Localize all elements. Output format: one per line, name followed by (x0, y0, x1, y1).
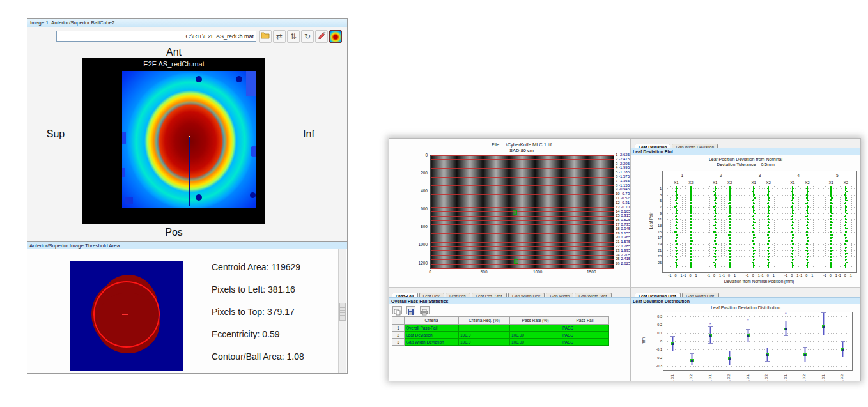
deviation-marker (676, 234, 678, 236)
deviation-marker (675, 225, 677, 226)
whisker-cap (803, 347, 807, 348)
deviation-marker (729, 225, 731, 226)
table-cell: Overall Pass-Fail (405, 325, 459, 332)
scrollbar[interactable] (338, 249, 346, 373)
flip-vertical-button[interactable]: ⇅ (287, 30, 300, 43)
deviation-marker (754, 213, 756, 214)
deviation-marker (846, 213, 848, 214)
table-cell (459, 325, 510, 332)
deviation-marker (767, 243, 769, 245)
deviation-marker (807, 206, 809, 208)
flip-horizontal-button[interactable]: ⇄ (273, 30, 286, 43)
minor-gridline (685, 186, 686, 268)
deviation-marker (715, 188, 717, 189)
distribution-panel: Leaf Deviation Dist.Gap Width Dist. Leaf… (631, 287, 860, 381)
leaf-label: 14 0.1050cm (616, 210, 631, 214)
leaf-boundary-line (431, 185, 614, 186)
deviation-marker (807, 200, 809, 201)
deviation-marker (792, 188, 794, 189)
scrollbar-thumb[interactable] (339, 303, 346, 321)
window-title-bar[interactable]: Image 1: Anterior/Superior BallCube2 (27, 19, 347, 27)
deviation-marker (844, 225, 846, 226)
deviation-marker (728, 216, 730, 217)
column-header[interactable]: Criteria (405, 317, 459, 325)
deviation-marker (768, 253, 770, 254)
leaf-label: 4 -1.9950cm (616, 165, 631, 170)
leaf-label: 3 -2.2050cm (616, 162, 631, 166)
deviation-marker (729, 200, 731, 201)
group-label: 1 (663, 173, 702, 178)
deviation-marker (753, 188, 755, 189)
deviation-marker (792, 210, 794, 211)
draw-tool-button[interactable] (315, 30, 328, 43)
deviation-marker (676, 213, 678, 214)
whisker-cap (784, 321, 788, 321)
leaf-label: 2 -2.4150cm (616, 157, 631, 162)
chart-title: Leaf Position Deviation Distribution (631, 305, 860, 310)
deviation-marker (807, 191, 809, 192)
leaf-number: 2 (616, 157, 619, 161)
deviation-marker (676, 265, 678, 266)
y-tick-label: 19 (656, 242, 662, 246)
table-row[interactable]: 3Gap Width Deviation100.0100.00PASS (392, 339, 609, 346)
deviation-marker (767, 234, 769, 236)
deviation-marker (754, 237, 756, 238)
deviation-marker (753, 259, 755, 260)
leaf-label: 12 -0.3150cm (616, 201, 631, 205)
pass-fail-header: Overall Pass-Fail Statistics (389, 297, 630, 304)
phantom-notch (122, 132, 126, 144)
threshold-panel-body: Centroid Area: 119629Pixels to Left: 381… (27, 249, 347, 373)
mlc-film-plot[interactable] (430, 155, 614, 269)
deviation-marker (752, 191, 754, 192)
colormap-button[interactable] (329, 30, 342, 43)
deviation-marker (792, 194, 794, 196)
minor-gridline (825, 186, 826, 268)
stat-line: Pixels to Top: 379.17 (212, 307, 295, 317)
window-title: Image 1: Anterior/Superior BallCube2 (30, 20, 115, 26)
deviation-marker (690, 259, 692, 260)
deviation-marker (690, 222, 692, 223)
y-gridline (665, 341, 851, 342)
stat-line: Contour/Ball Area: 1.08 (212, 351, 304, 362)
deviation-marker (805, 216, 807, 217)
column-header[interactable]: Pass-Fail (561, 317, 609, 325)
deviation-marker (768, 210, 770, 211)
x-category-label: 3, X2 (764, 369, 768, 381)
mean-marker-blue (709, 335, 711, 337)
column-header[interactable]: Pass Rate (%) (510, 317, 561, 325)
deviation-marker (753, 234, 755, 236)
deviation-marker (752, 231, 754, 233)
save-button[interactable] (406, 306, 415, 314)
leaf-deviation-plot[interactable]: 1357911131517192123251X1X22X1X23X1X24X1X… (662, 171, 857, 273)
minor-gridline (697, 186, 697, 268)
deviation-marker (675, 262, 677, 263)
x-tick-label: 0 (425, 270, 435, 274)
table-row[interactable]: 1Overall Pass-FailPASS (392, 325, 609, 332)
leaf-number: 14 (616, 210, 621, 213)
open-folder-button[interactable] (259, 30, 272, 43)
deviation-marker (713, 191, 715, 192)
table-row[interactable]: 2Leaf Deviation100.0100.00PASS (392, 332, 609, 339)
file-path-field[interactable]: C:\RIT\E2E AS_redCh.mat (56, 31, 256, 42)
deviation-marker (806, 259, 808, 260)
distribution-plot[interactable]: 0.30.20.10-0.1-0.2-0.3*** (663, 312, 853, 371)
whisker-cap (784, 335, 788, 336)
rotate-button[interactable]: ↻ (301, 30, 314, 43)
group-label: 5 (818, 173, 856, 178)
phantom-notch (246, 71, 256, 96)
y-tick-label: 15 (656, 230, 662, 234)
orientation-label-inf: Inf (290, 128, 328, 140)
copy-button[interactable] (392, 306, 402, 314)
deviation-marker (791, 231, 793, 233)
deviation-marker (792, 265, 794, 266)
column-header[interactable]: Criteria Req. (%) (459, 317, 510, 325)
deviation-marker (714, 216, 716, 217)
print-button[interactable] (420, 306, 430, 314)
threshold-image[interactable] (70, 261, 183, 371)
deviation-marker (690, 216, 692, 217)
whisker-cap (670, 351, 675, 351)
dose-heatmap-image[interactable] (122, 71, 256, 208)
deviation-marker (807, 240, 809, 242)
deviation-marker (690, 237, 692, 238)
deviation-marker (791, 240, 793, 242)
